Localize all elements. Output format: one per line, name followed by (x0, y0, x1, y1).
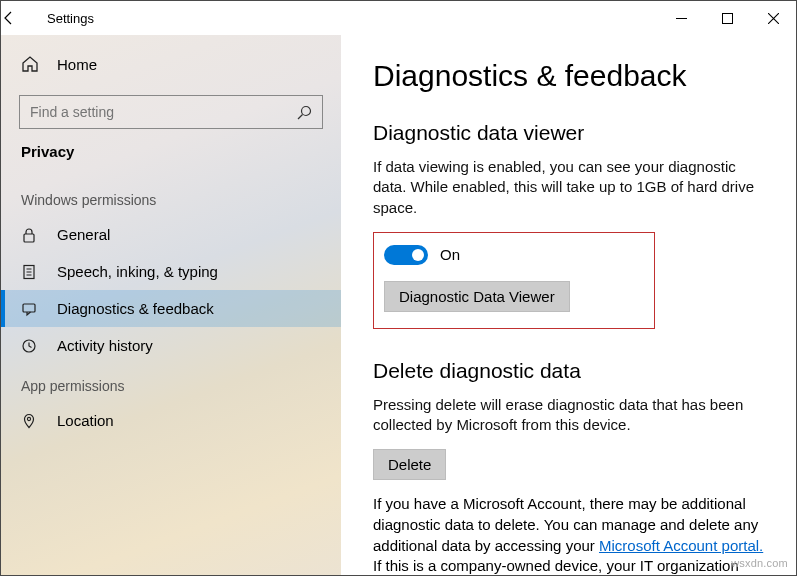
search-box[interactable] (19, 95, 323, 129)
delete-button[interactable]: Delete (373, 449, 446, 480)
document-icon (21, 264, 39, 280)
diagnostic-data-viewer-button[interactable]: Diagnostic Data Viewer (384, 281, 570, 312)
back-button[interactable] (1, 10, 47, 26)
maximize-button[interactable] (704, 2, 750, 34)
category-label: Privacy (1, 143, 341, 178)
svg-point-11 (27, 417, 30, 420)
sidebar: Home Privacy Windows permissions General (1, 35, 341, 575)
minimize-button[interactable] (658, 2, 704, 34)
svg-rect-1 (722, 13, 732, 23)
titlebar: Settings (1, 1, 796, 35)
home-nav[interactable]: Home (1, 45, 341, 83)
svg-rect-9 (23, 304, 35, 312)
home-icon (21, 55, 39, 73)
feedback-icon (21, 301, 39, 317)
location-icon (21, 413, 39, 429)
content-pane: Diagnostics & feedback Diagnostic data v… (341, 35, 796, 575)
ms-account-portal-link[interactable]: Microsoft Account portal. (599, 537, 763, 554)
toggle-label: On (440, 246, 460, 263)
history-icon (21, 338, 39, 354)
page-title: Diagnostics & feedback (373, 59, 766, 93)
delete-extra-info: If you have a Microsoft Account, there m… (373, 494, 766, 575)
toggle-knob (412, 249, 424, 261)
close-button[interactable] (750, 2, 796, 34)
nav-label: General (57, 226, 110, 243)
search-input[interactable] (30, 104, 297, 120)
lock-icon (21, 227, 39, 243)
nav-location[interactable]: Location (1, 402, 341, 439)
home-label: Home (57, 56, 97, 73)
nav-activity[interactable]: Activity history (1, 327, 341, 364)
nav-speech[interactable]: Speech, inking, & typing (1, 253, 341, 290)
nav-diagnostics[interactable]: Diagnostics & feedback (1, 290, 341, 327)
svg-line-3 (298, 114, 303, 119)
nav-general[interactable]: General (1, 216, 341, 253)
window-title: Settings (47, 11, 94, 26)
viewer-description: If data viewing is enabled, you can see … (373, 157, 766, 218)
svg-point-2 (302, 106, 311, 115)
group-app-permissions: App permissions (1, 364, 341, 402)
nav-label: Speech, inking, & typing (57, 263, 218, 280)
search-icon (297, 105, 312, 120)
watermark: wsxdn.com (731, 557, 788, 569)
nav-label: Activity history (57, 337, 153, 354)
viewer-heading: Diagnostic data viewer (373, 121, 766, 145)
svg-rect-4 (24, 234, 34, 242)
nav-label: Diagnostics & feedback (57, 300, 214, 317)
group-windows-permissions: Windows permissions (1, 178, 341, 216)
viewer-toggle[interactable] (384, 245, 428, 265)
delete-heading: Delete diagnostic data (373, 359, 766, 383)
viewer-highlight: On Diagnostic Data Viewer (373, 232, 655, 329)
delete-description: Pressing delete will erase diagnostic da… (373, 395, 766, 436)
delete-para-post: If this is a company-owned device, your … (373, 557, 739, 575)
nav-label: Location (57, 412, 114, 429)
